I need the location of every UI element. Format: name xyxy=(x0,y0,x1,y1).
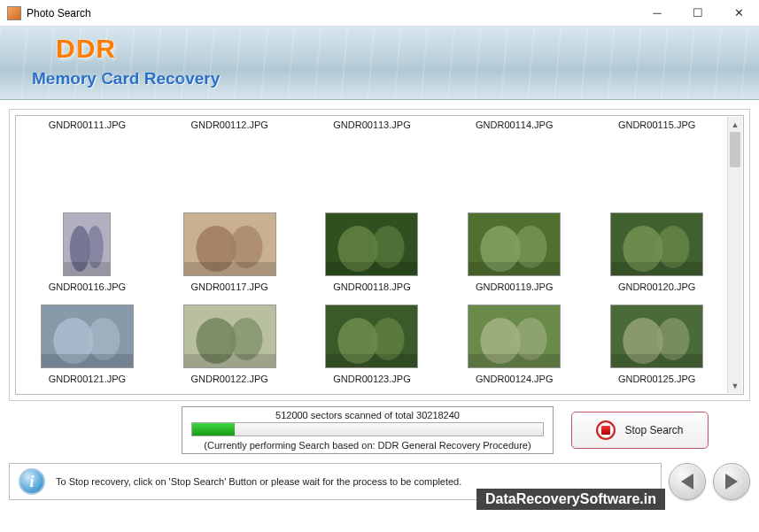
stop-search-button[interactable]: Stop Search xyxy=(571,412,709,449)
thumbnail-filename: GNDR00124.JPG xyxy=(476,374,553,384)
thumbnail-filename: GNDR00119.JPG xyxy=(476,281,553,292)
thumbnail-item[interactable]: GNDR00118.JPG xyxy=(301,209,444,302)
app-icon xyxy=(7,6,21,20)
thumbnail-filename: GNDR00116.JPG xyxy=(49,281,126,292)
stop-icon xyxy=(596,420,616,440)
banner: DDR Memory Card Recovery xyxy=(0,27,759,100)
thumbnail-filename: GNDR00123.JPG xyxy=(333,374,410,384)
arrow-left-icon xyxy=(681,474,693,490)
thumbnail-item[interactable]: GNDR00121.JPG xyxy=(16,301,159,394)
watermark: DataRecoverySoftware.in xyxy=(476,489,665,510)
prev-button[interactable] xyxy=(669,463,706,500)
thumbnail-item[interactable]: GNDR00123.JPG xyxy=(301,301,444,394)
svg-point-10 xyxy=(372,226,405,268)
svg-rect-39 xyxy=(611,354,702,367)
thumbnail-image xyxy=(468,305,561,368)
scroll-thumb[interactable] xyxy=(730,132,740,167)
minimize-button[interactable]: ─ xyxy=(637,0,678,27)
svg-point-30 xyxy=(372,318,405,360)
thumbnail-item[interactable]: GNDR00112.JPG xyxy=(159,116,301,209)
scrollbar[interactable]: ▲ ▼ xyxy=(727,117,742,393)
svg-rect-19 xyxy=(611,262,702,275)
svg-point-26 xyxy=(229,318,262,360)
thumbnail-filename: GNDR00120.JPG xyxy=(618,281,695,292)
info-text: To Stop recovery, click on 'Stop Search'… xyxy=(56,476,461,487)
thumbnail-image xyxy=(610,305,703,368)
thumbnail-item[interactable]: GNDR00117.JPG xyxy=(159,209,301,302)
progress-note: (Currently performing Search based on: D… xyxy=(191,440,544,451)
info-icon: i xyxy=(19,468,45,495)
thumbnail-item[interactable]: GNDR00111.JPG xyxy=(16,116,159,209)
svg-rect-7 xyxy=(184,262,275,275)
scroll-down-icon[interactable]: ▼ xyxy=(728,378,742,393)
thumbnail-item[interactable]: GNDR00115.JPG xyxy=(585,116,728,209)
thumbnail-filename: GNDR00122.JPG xyxy=(190,374,267,384)
svg-point-22 xyxy=(87,318,120,360)
thumbnail-grid: GNDR00111.JPGGNDR00112.JPGGNDR00113.JPGG… xyxy=(16,116,743,394)
thumbnail-item[interactable]: GNDR00122.JPG xyxy=(159,301,301,394)
thumbnail-filename: GNDR00111.JPG xyxy=(49,120,126,130)
thumbnail-filename: GNDR00117.JPG xyxy=(190,281,267,292)
thumbnail-area: GNDR00111.JPGGNDR00112.JPGGNDR00113.JPGG… xyxy=(15,115,744,395)
thumbnail-image xyxy=(63,212,111,276)
svg-rect-35 xyxy=(469,354,560,367)
progress-bar xyxy=(191,422,544,436)
thumbnail-image xyxy=(325,212,418,276)
thumbnail-item[interactable]: GNDR00116.JPG xyxy=(16,209,159,302)
close-button[interactable]: ✕ xyxy=(718,0,759,27)
thumbnail-filename: GNDR00121.JPG xyxy=(49,374,126,384)
thumbnail-filename: GNDR00118.JPG xyxy=(333,281,410,292)
svg-rect-15 xyxy=(469,262,560,275)
scroll-track[interactable] xyxy=(728,132,742,378)
thumbnail-item[interactable]: GNDR00125.JPG xyxy=(585,301,728,394)
svg-rect-23 xyxy=(42,354,133,367)
scroll-up-icon[interactable]: ▲ xyxy=(728,117,742,132)
progress-box: 512000 sectors scanned of total 30218240… xyxy=(182,406,554,454)
progress-row: 512000 sectors scanned of total 30218240… xyxy=(9,406,750,454)
thumbnail-item[interactable]: GNDR00113.JPG xyxy=(301,116,444,209)
thumbnail-image xyxy=(325,305,418,368)
thumbnail-filename: GNDR00114.JPG xyxy=(476,120,553,130)
progress-fill xyxy=(192,423,235,436)
results-panel: GNDR00111.JPGGNDR00112.JPGGNDR00113.JPGG… xyxy=(9,109,750,401)
svg-rect-3 xyxy=(64,262,110,275)
svg-point-38 xyxy=(657,318,690,360)
thumbnail-item[interactable]: GNDR00114.JPG xyxy=(443,116,585,209)
stop-button-label: Stop Search xyxy=(624,424,683,436)
thumbnail-image xyxy=(183,305,276,368)
svg-point-34 xyxy=(515,318,547,360)
thumbnail-item[interactable]: GNDR00119.JPG xyxy=(443,209,585,302)
window-title: Photo Search xyxy=(27,7,637,19)
svg-rect-11 xyxy=(326,262,417,275)
thumbnail-image xyxy=(41,305,134,368)
svg-point-6 xyxy=(229,226,262,268)
svg-point-14 xyxy=(515,226,547,268)
thumbnail-filename: GNDR00115.JPG xyxy=(618,120,695,130)
svg-point-18 xyxy=(657,226,690,268)
maximize-button[interactable]: ☐ xyxy=(678,0,718,27)
svg-point-2 xyxy=(87,226,104,268)
thumbnail-image xyxy=(468,212,561,276)
svg-rect-27 xyxy=(184,354,275,367)
thumbnail-image xyxy=(183,212,276,276)
product-subtitle: Memory Card Recovery xyxy=(32,69,743,89)
titlebar: Photo Search ─ ☐ ✕ xyxy=(0,0,759,27)
next-button[interactable] xyxy=(713,463,750,500)
thumbnail-filename: GNDR00125.JPG xyxy=(618,374,695,384)
svg-rect-31 xyxy=(326,354,417,367)
progress-text: 512000 sectors scanned of total 30218240 xyxy=(191,410,544,420)
logo-text: DDR xyxy=(56,34,743,64)
thumbnail-item[interactable]: GNDR00124.JPG xyxy=(443,301,585,394)
thumbnail-filename: GNDR00112.JPG xyxy=(190,120,267,130)
arrow-right-icon xyxy=(725,474,738,490)
thumbnail-filename: GNDR00113.JPG xyxy=(333,120,410,130)
thumbnail-item[interactable]: GNDR00120.JPG xyxy=(585,209,728,302)
thumbnail-image xyxy=(610,212,703,276)
